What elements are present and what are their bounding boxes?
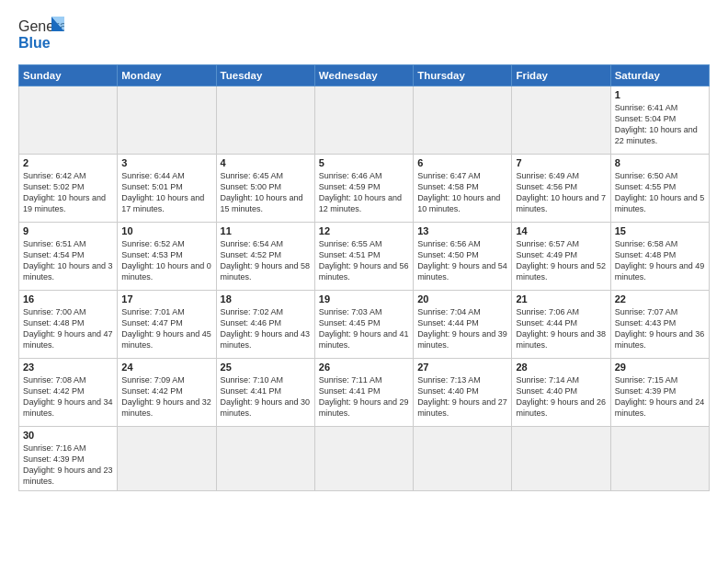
day-number: 8: [615, 157, 705, 168]
day-number: 12: [319, 225, 409, 236]
calendar-header-friday: Friday: [512, 65, 610, 86]
day-number: 25: [221, 362, 311, 373]
calendar-header-saturday: Saturday: [610, 65, 709, 86]
calendar-cell: 24Sunrise: 7:09 AM Sunset: 4:42 PM Dayli…: [118, 359, 216, 427]
calendar-cell: [118, 86, 216, 155]
calendar-cell: 23Sunrise: 7:08 AM Sunset: 4:42 PM Dayli…: [19, 359, 118, 427]
calendar-cell: 4Sunrise: 6:45 AM Sunset: 5:00 PM Daylig…: [216, 155, 314, 223]
calendar-cell: 1Sunrise: 6:41 AM Sunset: 5:04 PM Daylig…: [610, 86, 709, 155]
day-info: Sunrise: 7:15 AM Sunset: 4:39 PM Dayligh…: [615, 374, 705, 419]
calendar-week-row: 16Sunrise: 7:00 AM Sunset: 4:48 PM Dayli…: [19, 291, 710, 359]
day-info: Sunrise: 6:45 AM Sunset: 5:00 PM Dayligh…: [221, 170, 311, 215]
calendar-header-wednesday: Wednesday: [314, 65, 413, 86]
day-info: Sunrise: 7:11 AM Sunset: 4:41 PM Dayligh…: [319, 374, 409, 419]
calendar-header-thursday: Thursday: [414, 65, 512, 86]
day-info: Sunrise: 6:52 AM Sunset: 4:53 PM Dayligh…: [121, 238, 211, 283]
svg-text:Blue: Blue: [18, 35, 51, 51]
day-info: Sunrise: 7:04 AM Sunset: 4:44 PM Dayligh…: [417, 306, 507, 351]
day-info: Sunrise: 6:44 AM Sunset: 5:01 PM Dayligh…: [121, 170, 211, 215]
day-number: 19: [319, 293, 409, 304]
calendar-cell: 25Sunrise: 7:10 AM Sunset: 4:41 PM Dayli…: [216, 359, 314, 427]
calendar-cell: [414, 427, 512, 491]
calendar-week-row: 2Sunrise: 6:42 AM Sunset: 5:02 PM Daylig…: [19, 155, 710, 223]
logo: GeneralBlue: [18, 15, 64, 55]
calendar-cell: 12Sunrise: 6:55 AM Sunset: 4:51 PM Dayli…: [314, 223, 413, 291]
day-number: 9: [23, 225, 113, 236]
day-number: 5: [319, 157, 409, 168]
header: GeneralBlue: [18, 15, 710, 55]
calendar-cell: 18Sunrise: 7:02 AM Sunset: 4:46 PM Dayli…: [216, 291, 314, 359]
day-number: 1: [615, 89, 705, 100]
calendar-cell: 20Sunrise: 7:04 AM Sunset: 4:44 PM Dayli…: [414, 291, 512, 359]
calendar-cell: 2Sunrise: 6:42 AM Sunset: 5:02 PM Daylig…: [19, 155, 118, 223]
calendar-cell: 30Sunrise: 7:16 AM Sunset: 4:39 PM Dayli…: [19, 427, 118, 491]
day-info: Sunrise: 7:00 AM Sunset: 4:48 PM Dayligh…: [23, 306, 113, 351]
day-info: Sunrise: 7:08 AM Sunset: 4:42 PM Dayligh…: [23, 374, 113, 419]
day-number: 21: [516, 293, 606, 304]
day-number: 16: [23, 293, 113, 304]
day-number: 26: [319, 362, 409, 373]
calendar-cell: 9Sunrise: 6:51 AM Sunset: 4:54 PM Daylig…: [19, 223, 118, 291]
logo-svg: GeneralBlue: [18, 15, 64, 55]
day-number: 28: [516, 362, 606, 373]
day-info: Sunrise: 7:10 AM Sunset: 4:41 PM Dayligh…: [221, 374, 311, 419]
calendar-cell: 11Sunrise: 6:54 AM Sunset: 4:52 PM Dayli…: [216, 223, 314, 291]
day-info: Sunrise: 6:49 AM Sunset: 4:56 PM Dayligh…: [516, 170, 606, 215]
calendar-cell: 6Sunrise: 6:47 AM Sunset: 4:58 PM Daylig…: [414, 155, 512, 223]
day-info: Sunrise: 6:54 AM Sunset: 4:52 PM Dayligh…: [221, 238, 311, 283]
calendar-week-row: 1Sunrise: 6:41 AM Sunset: 5:04 PM Daylig…: [19, 86, 710, 155]
calendar-table: SundayMondayTuesdayWednesdayThursdayFrid…: [18, 64, 710, 491]
day-number: 18: [221, 293, 311, 304]
day-number: 22: [615, 293, 705, 304]
day-number: 3: [121, 157, 211, 168]
day-info: Sunrise: 7:02 AM Sunset: 4:46 PM Dayligh…: [221, 306, 311, 351]
calendar-header-sunday: Sunday: [19, 65, 118, 86]
day-number: 20: [417, 293, 507, 304]
calendar-cell: 28Sunrise: 7:14 AM Sunset: 4:40 PM Dayli…: [512, 359, 610, 427]
calendar-cell: 8Sunrise: 6:50 AM Sunset: 4:55 PM Daylig…: [610, 155, 709, 223]
calendar-cell: 27Sunrise: 7:13 AM Sunset: 4:40 PM Dayli…: [414, 359, 512, 427]
day-info: Sunrise: 6:42 AM Sunset: 5:02 PM Dayligh…: [23, 170, 113, 215]
calendar-cell: 10Sunrise: 6:52 AM Sunset: 4:53 PM Dayli…: [118, 223, 216, 291]
calendar-cell: [512, 86, 610, 155]
day-info: Sunrise: 6:56 AM Sunset: 4:50 PM Dayligh…: [417, 238, 507, 283]
day-number: 6: [417, 157, 507, 168]
calendar-cell: 16Sunrise: 7:00 AM Sunset: 4:48 PM Dayli…: [19, 291, 118, 359]
calendar-cell: 26Sunrise: 7:11 AM Sunset: 4:41 PM Dayli…: [314, 359, 413, 427]
page: GeneralBlue SundayMondayTuesdayWednesday…: [0, 0, 728, 563]
calendar-header-tuesday: Tuesday: [216, 65, 314, 86]
calendar-week-row: 9Sunrise: 6:51 AM Sunset: 4:54 PM Daylig…: [19, 223, 710, 291]
day-number: 27: [417, 362, 507, 373]
day-info: Sunrise: 6:58 AM Sunset: 4:48 PM Dayligh…: [615, 238, 705, 283]
calendar-cell: 29Sunrise: 7:15 AM Sunset: 4:39 PM Dayli…: [610, 359, 709, 427]
calendar-cell: 7Sunrise: 6:49 AM Sunset: 4:56 PM Daylig…: [512, 155, 610, 223]
day-info: Sunrise: 6:46 AM Sunset: 4:59 PM Dayligh…: [319, 170, 409, 215]
day-number: 4: [221, 157, 311, 168]
day-info: Sunrise: 7:09 AM Sunset: 4:42 PM Dayligh…: [121, 374, 211, 419]
calendar-cell: [512, 427, 610, 491]
day-number: 17: [121, 293, 211, 304]
day-info: Sunrise: 7:16 AM Sunset: 4:39 PM Dayligh…: [23, 442, 113, 488]
calendar-cell: 19Sunrise: 7:03 AM Sunset: 4:45 PM Dayli…: [314, 291, 413, 359]
day-info: Sunrise: 7:01 AM Sunset: 4:47 PM Dayligh…: [121, 306, 211, 351]
calendar-week-row: 23Sunrise: 7:08 AM Sunset: 4:42 PM Dayli…: [19, 359, 710, 427]
calendar-cell: 13Sunrise: 6:56 AM Sunset: 4:50 PM Dayli…: [414, 223, 512, 291]
day-info: Sunrise: 6:57 AM Sunset: 4:49 PM Dayligh…: [516, 238, 606, 283]
day-info: Sunrise: 7:07 AM Sunset: 4:43 PM Dayligh…: [615, 306, 705, 351]
day-info: Sunrise: 6:55 AM Sunset: 4:51 PM Dayligh…: [319, 238, 409, 283]
calendar-cell: [414, 86, 512, 155]
day-number: 29: [615, 362, 705, 373]
calendar-cell: 3Sunrise: 6:44 AM Sunset: 5:01 PM Daylig…: [118, 155, 216, 223]
calendar-cell: 5Sunrise: 6:46 AM Sunset: 4:59 PM Daylig…: [314, 155, 413, 223]
calendar-cell: 15Sunrise: 6:58 AM Sunset: 4:48 PM Dayli…: [610, 223, 709, 291]
day-info: Sunrise: 6:51 AM Sunset: 4:54 PM Dayligh…: [23, 238, 113, 283]
calendar-cell: [610, 427, 709, 491]
calendar-header-monday: Monday: [118, 65, 216, 86]
day-number: 11: [221, 225, 311, 236]
calendar-cell: 21Sunrise: 7:06 AM Sunset: 4:44 PM Dayli…: [512, 291, 610, 359]
calendar-cell: [314, 427, 413, 491]
calendar-cell: 17Sunrise: 7:01 AM Sunset: 4:47 PM Dayli…: [118, 291, 216, 359]
day-info: Sunrise: 7:13 AM Sunset: 4:40 PM Dayligh…: [417, 374, 507, 419]
calendar-header-row: SundayMondayTuesdayWednesdayThursdayFrid…: [19, 65, 710, 86]
day-info: Sunrise: 7:06 AM Sunset: 4:44 PM Dayligh…: [516, 306, 606, 351]
